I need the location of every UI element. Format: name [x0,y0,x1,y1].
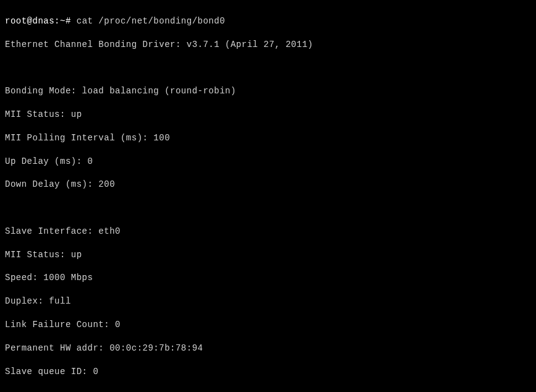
slave-failures: Link Failure Count: 0 [5,319,531,331]
shell-prompt: root@dnas:~# [5,16,71,26]
bonding-mode: Bonding Mode: load balancing (round-robi… [5,85,531,97]
mii-status: MII Status: up [5,109,531,121]
slave-duplex: Duplex: full [5,296,531,307]
slave-queue: Slave queue ID: 0 [5,366,531,378]
slave-mii: MII Status: up [5,249,531,261]
slave-speed: Speed: 1000 Mbps [5,272,531,284]
terminal-output[interactable]: root@dnas:~# cat /proc/net/bonding/bond0… [5,4,531,392]
command-text: cat /proc/net/bonding/bond0 [77,16,225,26]
mii-polling: MII Polling Interval (ms): 100 [5,132,531,144]
blank-line [5,389,531,392]
down-delay: Down Delay (ms): 200 [5,179,531,190]
blank-line [5,202,531,214]
slave-iface: Slave Interface: eth0 [5,226,531,237]
slave-hwaddr: Permanent HW addr: 00:0c:29:7b:78:94 [5,343,531,354]
blank-line [5,62,531,74]
driver-line: Ethernet Channel Bonding Driver: v3.7.1 … [5,39,531,51]
up-delay: Up Delay (ms): 0 [5,156,531,168]
